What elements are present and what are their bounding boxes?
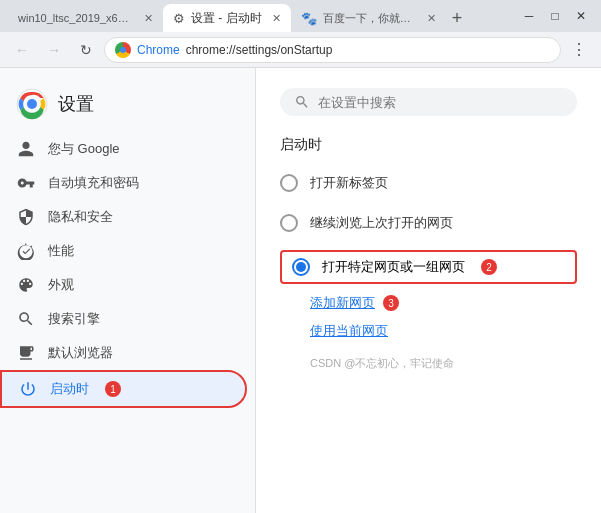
sidebar-item-appearance[interactable]: 外观 [0, 268, 247, 302]
sidebar-item-privacy-label: 隐私和安全 [48, 208, 113, 226]
radio-continue-indicator [280, 214, 298, 232]
sidebar: 设置 您与 Google 自动填充和密码 隐私和安全 [0, 68, 256, 513]
tab-baidu[interactable]: 🐾 百度一下，你就知道 ✕ [291, 4, 446, 32]
sidebar-item-performance[interactable]: 性能 [0, 234, 247, 268]
sidebar-item-google[interactable]: 您与 Google [0, 132, 247, 166]
settings-logo-icon [16, 88, 48, 120]
reload-button[interactable]: ↻ [72, 36, 100, 64]
add-page-link[interactable]: 添加新网页 [310, 294, 375, 312]
search-icon [294, 94, 310, 110]
search-bar[interactable] [280, 88, 577, 116]
chrome-logo-icon [115, 42, 131, 58]
address-bar[interactable]: Chrome chrome://settings/onStartup [104, 37, 561, 63]
sidebar-item-browser-label: 默认浏览器 [48, 344, 113, 362]
radio-new-tab-indicator [280, 174, 298, 192]
back-button[interactable]: ← [8, 36, 36, 64]
main-content: 设置 您与 Google 自动填充和密码 隐私和安全 [0, 68, 601, 513]
maximize-button[interactable]: □ [543, 6, 567, 26]
key-icon [16, 174, 36, 192]
tab-settings-close[interactable]: ✕ [272, 12, 281, 25]
window-controls: ─ □ ✕ [517, 6, 593, 26]
radio-continue-label: 继续浏览上次打开的网页 [310, 214, 453, 232]
search-engine-icon [16, 310, 36, 328]
address-text: chrome://settings/onStartup [186, 43, 333, 57]
sidebar-item-startup-label: 启动时 [50, 380, 89, 398]
search-input[interactable] [318, 95, 563, 110]
sidebar-item-startup[interactable]: 启动时 1 [0, 370, 247, 408]
tab-win10-close[interactable]: ✕ [144, 12, 153, 25]
extensions-button[interactable]: ⋮ [565, 36, 593, 64]
performance-icon [16, 242, 36, 260]
settings-header: 设置 [0, 80, 255, 132]
sidebar-item-appearance-label: 外观 [48, 276, 74, 294]
option-badge: 2 [481, 259, 497, 275]
sidebar-startup-badge: 1 [105, 381, 121, 397]
forward-button[interactable]: → [40, 36, 68, 64]
window-frame: win10_ltsc_2019_x64_dvd ✕ ⚙ 设置 - 启动时 ✕ 🐾… [0, 0, 601, 513]
radio-specific-label: 打开特定网页或一组网页 [322, 258, 465, 276]
sidebar-item-search[interactable]: 搜索引擎 [0, 302, 247, 336]
radio-new-tab-label: 打开新标签页 [310, 174, 388, 192]
browser-icon [16, 344, 36, 362]
use-current-link[interactable]: 使用当前网页 [310, 322, 577, 340]
tab-baidu-label: 百度一下，你就知道 [323, 11, 417, 26]
shield-icon [16, 208, 36, 226]
tab-baidu-close[interactable]: ✕ [427, 12, 436, 25]
title-bar: win10_ltsc_2019_x64_dvd ✕ ⚙ 设置 - 启动时 ✕ 🐾… [0, 0, 601, 32]
sidebar-item-privacy[interactable]: 隐私和安全 [0, 200, 247, 234]
baidu-icon: 🐾 [301, 11, 317, 26]
appearance-icon [16, 276, 36, 294]
sidebar-item-autofill-label: 自动填充和密码 [48, 174, 139, 192]
person-icon [16, 140, 36, 158]
close-button[interactable]: ✕ [569, 6, 593, 26]
add-page-badge: 3 [383, 295, 399, 311]
gear-icon: ⚙ [173, 11, 185, 26]
sidebar-item-search-label: 搜索引擎 [48, 310, 100, 328]
radio-continue[interactable]: 继续浏览上次打开的网页 [280, 210, 577, 236]
radio-specific-highlighted[interactable]: 打开特定网页或一组网页 2 [280, 250, 577, 284]
sidebar-item-browser[interactable]: 默认浏览器 [0, 336, 247, 370]
toolbar: ← → ↻ Chrome chrome://settings/onStartup… [0, 32, 601, 68]
tab-win10-label: win10_ltsc_2019_x64_dvd [18, 12, 134, 24]
tab-settings[interactable]: ⚙ 设置 - 启动时 ✕ [163, 4, 291, 32]
watermark: CSDN @不忘初心，牢记使命 [280, 356, 577, 371]
radio-new-tab[interactable]: 打开新标签页 [280, 170, 577, 196]
svg-point-1 [27, 99, 37, 109]
settings-title: 设置 [58, 92, 94, 116]
action-links: 添加新网页 3 使用当前网页 [280, 294, 577, 340]
tab-strip: win10_ltsc_2019_x64_dvd ✕ ⚙ 设置 - 启动时 ✕ 🐾… [8, 0, 511, 32]
sidebar-item-autofill[interactable]: 自动填充和密码 [0, 166, 247, 200]
minimize-button[interactable]: ─ [517, 6, 541, 26]
sidebar-item-performance-label: 性能 [48, 242, 74, 260]
chrome-label: Chrome [137, 43, 180, 57]
tab-win10[interactable]: win10_ltsc_2019_x64_dvd ✕ [8, 4, 163, 32]
settings-content: 启动时 打开新标签页 继续浏览上次打开的网页 打开特定网页或一组网页 2 [256, 68, 601, 513]
power-icon [18, 380, 38, 398]
section-title: 启动时 [280, 136, 577, 154]
radio-specific-indicator [292, 258, 310, 276]
sidebar-item-google-label: 您与 Google [48, 140, 120, 158]
startup-options: 打开新标签页 继续浏览上次打开的网页 打开特定网页或一组网页 2 [280, 170, 577, 284]
new-tab-button[interactable]: + [446, 4, 469, 32]
tab-settings-label: 设置 - 启动时 [191, 10, 262, 27]
